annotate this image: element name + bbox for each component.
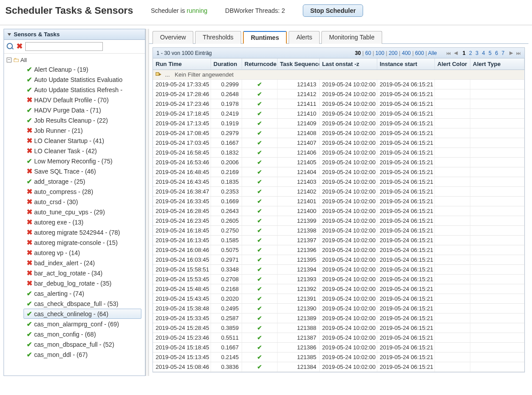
prev-page-icon[interactable]: ◀	[454, 50, 458, 56]
filter-row[interactable]: ... Kein Filter angewendet	[153, 70, 524, 80]
col-returncode[interactable]: Returncode	[242, 58, 277, 70]
table-row[interactable]: 2019-05-24 16:38:470.2353✔1214022019-05-…	[153, 187, 524, 197]
tree-item[interactable]: ✔HADV Purge Data - (71)	[23, 105, 141, 115]
tree-item[interactable]: ✖autoreg vp - (14)	[23, 248, 141, 258]
table-row[interactable]: 2019-05-24 16:53:460.2006✔1214052019-05-…	[153, 158, 524, 167]
tree-item[interactable]: ✖auto_crsd - (30)	[23, 197, 141, 207]
tree-item[interactable]: ✔cas_mon_ddl - (67)	[23, 349, 141, 360]
tree-item[interactable]: ✖Save SQL Trace - (46)	[23, 166, 141, 176]
table-row[interactable]: 2019-05-24 15:33:450.2587✔1213892019-05-…	[153, 314, 524, 323]
stop-scheduler-button[interactable]: Stop Scheduler	[303, 4, 364, 17]
tree-item[interactable]: ✔cas_check_onlinelog - (64)	[23, 309, 141, 319]
tab-thresholds[interactable]: Thresholds	[195, 31, 241, 44]
table-row[interactable]: 2019-05-24 16:13:450.1585✔1213972019-05-…	[153, 236, 524, 245]
next-page-icon[interactable]: ▶	[509, 50, 513, 56]
table-row[interactable]: 2019-05-24 15:23:460.5511✔1213872019-05-…	[153, 333, 524, 343]
table-row[interactable]: 2019-05-24 16:08:460.5075✔1213962019-05-…	[153, 245, 524, 255]
table-row[interactable]: 2019-05-24 15:28:450.3859✔1213882019-05-…	[153, 323, 524, 333]
tree-item[interactable]: ✔cas_alerting - (74)	[23, 288, 141, 298]
tree-item[interactable]: ✖autoreg migrate-console - (15)	[23, 237, 141, 248]
tree-root[interactable]: − 🗀 All	[5, 55, 144, 64]
page-link-4[interactable]: 4	[482, 50, 485, 56]
page-link-1[interactable]: 1	[462, 50, 466, 56]
col-task-sequence[interactable]: Task Sequence	[277, 58, 319, 70]
page-size-30[interactable]: 30	[355, 50, 361, 56]
page-size-400[interactable]: 400	[402, 50, 411, 56]
tab-monitoring-table[interactable]: Monitoring Table	[321, 31, 382, 44]
table-row[interactable]: 2019-05-24 16:28:450.2643✔1214002019-05-…	[153, 206, 524, 216]
tree-item[interactable]: ✖Job Runner - (21)	[23, 125, 141, 136]
page-link-2[interactable]: 2	[469, 50, 472, 56]
filter-dots[interactable]: ...	[165, 71, 170, 78]
col-last-onstat--z[interactable]: Last onstat -z	[319, 58, 377, 70]
page-size-100[interactable]: 100	[376, 50, 384, 56]
table-row[interactable]: 2019-05-24 15:13:450.2145✔1213852019-05-…	[153, 352, 524, 362]
page-link-3[interactable]: 3	[476, 50, 479, 56]
page-size-60[interactable]: 60	[365, 50, 371, 56]
sidebar-header[interactable]: Sensors & Tasks	[4, 29, 145, 40]
tab-runtimes[interactable]: Runtimes	[243, 31, 287, 44]
table-row[interactable]: 2019-05-24 17:18:450.2419✔1214102019-05-…	[153, 109, 524, 119]
clear-filter-icon[interactable]: ✖	[16, 43, 23, 50]
page-size-200[interactable]: 200	[389, 50, 398, 56]
tree-item[interactable]: ✔Auto Update Statistics Refresh -	[23, 85, 141, 95]
collapse-node-icon[interactable]: −	[7, 58, 12, 62]
page-link-5[interactable]: 5	[489, 50, 492, 56]
tree-item[interactable]: ✖bar_debug_log_rotate - (35)	[23, 278, 141, 288]
search-icon[interactable]	[7, 43, 14, 50]
tree-item[interactable]: ✖autoreg exe - (13)	[23, 217, 141, 227]
tree-item[interactable]: ✔cas_check_dbspace_full - (53)	[23, 298, 141, 309]
col-alert-type[interactable]: Alert Type	[470, 58, 524, 70]
table-row[interactable]: 2019-05-24 16:18:450.2750✔1213982019-05-…	[153, 226, 524, 236]
tree-item[interactable]: ✖bar_act_log_rotate - (34)	[23, 268, 141, 278]
tab-alerts[interactable]: Alerts	[289, 31, 320, 44]
tree-search-input[interactable]	[25, 42, 103, 51]
tab-overview[interactable]: Overview	[153, 31, 193, 44]
tree-item[interactable]: ✖auto_compress - (28)	[23, 186, 141, 197]
tree-item[interactable]: ✖autoreg migrate 5242944 - (78)	[23, 227, 141, 237]
tree-item[interactable]: ✔Job Results Cleanup - (22)	[23, 115, 141, 125]
tree-item[interactable]: ✖LO Cleaner Task - (42)	[23, 146, 141, 156]
col-duration[interactable]: Duration	[211, 58, 242, 70]
first-page-icon[interactable]: ⏮	[446, 50, 451, 56]
tree-item[interactable]: ✔Auto Update Statistics Evaluatio	[23, 74, 141, 85]
tree-item[interactable]: ✔cas_mon_dbspace_full - (52)	[23, 339, 141, 349]
filter-config-icon[interactable]	[156, 71, 162, 77]
table-row[interactable]: 2019-05-24 15:53:450.2708✔1213932019-05-…	[153, 275, 524, 284]
table-row[interactable]: 2019-05-24 16:58:450.1832✔1214062019-05-…	[153, 148, 524, 158]
table-row[interactable]: 2019-05-24 16:03:450.2971✔1213952019-05-…	[153, 255, 524, 265]
col-alert-color[interactable]: Alert Color	[434, 58, 470, 70]
table-row[interactable]: 2019-05-24 15:08:460.3836✔1213842019-05-…	[153, 362, 524, 372]
page-size-Alle[interactable]: Alle	[428, 50, 437, 56]
table-row[interactable]: 2019-05-24 15:48:450.2168✔1213922019-05-…	[153, 284, 524, 294]
table-row[interactable]: 2019-05-24 17:23:460.1978✔1214112019-05-…	[153, 99, 524, 109]
table-row[interactable]: 2019-05-24 15:18:450.1667✔1213862019-05-…	[153, 343, 524, 352]
tree-item[interactable]: ✔Low Memory Reconfig - (75)	[23, 156, 141, 166]
table-row[interactable]: 2019-05-24 17:08:450.2979✔1214082019-05-…	[153, 128, 524, 138]
page-size-600[interactable]: 600	[415, 50, 424, 56]
table-row[interactable]: 2019-05-24 15:58:510.3348✔1213942019-05-…	[153, 265, 524, 275]
tree-item[interactable]: ✔cas_mon_config - (68)	[23, 329, 141, 339]
table-row[interactable]: 2019-05-24 16:48:450.2169✔1214042019-05-…	[153, 167, 524, 177]
col-instance-start[interactable]: Instance start	[377, 58, 434, 70]
tree-item[interactable]: ✖auto_tune_cpu_vps - (29)	[23, 207, 141, 217]
table-row[interactable]: 2019-05-24 17:13:450.1919✔1214092019-05-…	[153, 119, 524, 128]
last-page-icon[interactable]: ⏭	[516, 50, 521, 56]
tree-item[interactable]: ✖HADV Default Profile - (70)	[23, 95, 141, 105]
tree-item[interactable]: ✔Alert Cleanup - (19)	[23, 64, 141, 74]
col-run-time[interactable]: Run Time	[153, 58, 211, 70]
table-row[interactable]: 2019-05-24 15:38:480.2495✔1213902019-05-…	[153, 304, 524, 314]
tree-item[interactable]: ✖bad_index_alert - (24)	[23, 258, 141, 268]
table-row[interactable]: 2019-05-24 16:23:450.2605✔1213992019-05-…	[153, 216, 524, 226]
tree-item[interactable]: ✔add_storage - (25)	[23, 176, 141, 186]
tree-item[interactable]: ✔cas_mon_alarmprg_conf - (69)	[23, 319, 141, 329]
table-row[interactable]: 2019-05-24 16:43:450.1835✔1214032019-05-…	[153, 177, 524, 187]
table-row[interactable]: 2019-05-24 17:03:450.1667✔1214072019-05-…	[153, 138, 524, 148]
table-row[interactable]: 2019-05-24 15:43:450.2020✔1213912019-05-…	[153, 294, 524, 304]
table-row[interactable]: 2019-05-24 16:33:450.1669✔1214012019-05-…	[153, 197, 524, 206]
table-row[interactable]: 2019-05-24 17:28:460.2648✔1214122019-05-…	[153, 89, 524, 99]
splitter[interactable]	[145, 29, 149, 376]
tree-item[interactable]: ✖LO Cleaner Startup - (41)	[23, 136, 141, 146]
page-link-6[interactable]: 6	[495, 50, 498, 56]
page-link-7[interactable]: 7	[501, 50, 505, 56]
